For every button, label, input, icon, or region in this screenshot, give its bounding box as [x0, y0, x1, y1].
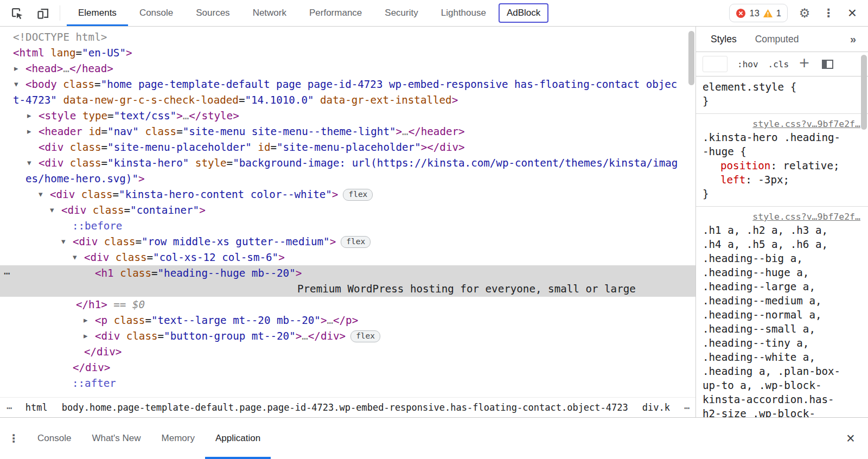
rule-close-brace: } [703, 94, 860, 109]
tab-lighthouse[interactable]: Lighthouse [430, 0, 497, 26]
inspect-element-button[interactable] [7, 3, 27, 23]
collapse-arrow-icon[interactable]: ▾ [39, 187, 43, 202]
css-property[interactable]: position: relative; [703, 159, 860, 173]
tree-line[interactable]: ▾<body class="home page-template-default… [0, 76, 695, 92]
tree-line[interactable]: </div> [0, 344, 695, 360]
tree-line[interactable]: t-4723" data-new-gr-c-s-check-loaded="14… [0, 92, 695, 108]
close-drawer-icon[interactable]: × [833, 418, 868, 459]
tab-performance[interactable]: Performance [298, 0, 373, 26]
collapse-arrow-icon[interactable]: ▾ [14, 76, 18, 92]
node-options-icon[interactable]: ⋯ [4, 265, 9, 281]
new-style-rule-button[interactable]: + [799, 55, 810, 71]
code-token: t-4723" [13, 94, 63, 106]
stylesheet-link[interactable]: style.css?v…9bf7e2f… [703, 211, 860, 224]
pseudo-states-button[interactable]: :hov [737, 59, 758, 69]
tree-line[interactable]: ▾<div class="row middle-xs gutter--mediu… [0, 234, 695, 250]
tree-line[interactable]: ▾<div class="col-xs-12 col-sm-6"> [0, 250, 695, 265]
tree-line[interactable]: es/home-hero.svg)"> [0, 171, 695, 187]
code-token: <div [61, 204, 93, 216]
tab-elements[interactable]: Elements [67, 0, 128, 26]
drawer-tab-console[interactable]: Console [27, 418, 81, 459]
code-token: style [195, 157, 227, 169]
styles-filter-input[interactable] [703, 56, 727, 72]
tab-console[interactable]: Console [128, 0, 184, 26]
device-toolbar-button[interactable] [33, 3, 53, 23]
expand-arrow-icon[interactable]: ▸ [84, 328, 88, 344]
tree-line[interactable]: ▾<div class="kinsta-hero-content color--… [0, 187, 695, 202]
breadcrumb-item[interactable]: body.home.page-template-default.page.pag… [62, 402, 628, 413]
breadcrumb-item[interactable]: html [25, 402, 48, 413]
breadcrumb-overflow-icon[interactable]: ⋯ [7, 402, 11, 413]
breadcrumb-item[interactable]: div.k [642, 402, 670, 413]
tree-line[interactable]: </div> [0, 360, 695, 375]
code-token: … [302, 330, 308, 342]
tree-line[interactable]: ▾<div class="container"> [0, 202, 695, 218]
issues-counter[interactable]: 13 1 [729, 4, 788, 22]
tree-line[interactable]: <!DOCTYPE html> [0, 29, 695, 45]
toggle-sidebar-pane-icon[interactable] [822, 60, 833, 69]
tree-line[interactable]: ▸<header id="nav" class="site-menu site-… [0, 124, 695, 139]
elements-scrollbar[interactable] [688, 31, 694, 85]
tab-computed[interactable]: Computed [746, 27, 808, 52]
collapse-arrow-icon[interactable]: ▾ [50, 202, 54, 218]
tree-line[interactable]: ▸<p class="text--large mt--20 mb--20">…<… [0, 313, 695, 328]
tree-line[interactable]: </h1> == $0 [0, 297, 695, 313]
code-token: <h1 [95, 267, 120, 279]
rule-selector[interactable]: .kinsta-hero .heading--huge { [703, 131, 845, 159]
rule-selector[interactable]: .h1 a, .h2 a, .h3 a, .h4 a, .h5 a, .h6 a… [703, 224, 845, 417]
expand-arrow-icon[interactable]: ▸ [27, 108, 31, 124]
expand-arrow-icon[interactable]: ▸ [14, 61, 18, 76]
sidebar-scrollbar[interactable] [861, 55, 867, 130]
tree-line[interactable]: <html lang="en-US"> [0, 45, 695, 61]
code-token: > [321, 314, 327, 327]
tree-line[interactable]: <div class="site-menu-placeholder" id="s… [0, 139, 695, 155]
drawer-tab-application[interactable]: Application [205, 418, 271, 459]
code-token: "heading--huge mb--20" [158, 267, 296, 279]
tree-line[interactable]: ::after [0, 375, 695, 391]
tree-line[interactable]: ▾<div class="kinsta-hero" style="backgro… [0, 155, 695, 171]
tree-line[interactable]: ⋯<h1 class="heading--huge mb--20"> [0, 265, 695, 281]
settings-gear-icon[interactable]: ⚙ [794, 3, 815, 23]
code-token: es/home-hero.svg)" [25, 173, 138, 185]
flex-badge[interactable]: flex [343, 189, 373, 201]
expand-arrow-icon[interactable]: ▸ [84, 313, 88, 328]
code-token: <style [39, 110, 82, 122]
flex-badge[interactable]: flex [350, 330, 380, 342]
code-token: class [104, 235, 136, 248]
tab-security[interactable]: Security [373, 0, 429, 26]
code-token: <head> [25, 62, 63, 75]
drawer-tab-memory[interactable]: Memory [151, 418, 205, 459]
code-token: = [151, 267, 158, 279]
close-devtools-icon[interactable]: × [842, 3, 863, 23]
tab-adblock[interactable]: AdBlock [499, 3, 548, 23]
code-token: class [126, 330, 158, 342]
tab-styles[interactable]: Styles [701, 27, 746, 52]
code-token: … [183, 110, 189, 122]
flex-badge[interactable]: flex [341, 236, 371, 248]
code-token: ::after [72, 377, 116, 390]
css-property[interactable]: left: -3px; [703, 173, 860, 187]
code-token: class [70, 141, 101, 154]
element-classes-button[interactable]: .cls [768, 59, 789, 69]
stylesheet-link[interactable]: style.css?v…9bf7e2f… [703, 118, 860, 131]
more-options-icon[interactable]: ⋮ [818, 3, 839, 23]
tree-line[interactable]: ▸<div class="button-group mt--20">…</div… [0, 328, 695, 344]
collapse-arrow-icon[interactable]: ▾ [27, 155, 31, 171]
tree-line[interactable]: ▸<head>…</head> [0, 61, 695, 76]
tab-sources[interactable]: Sources [184, 0, 241, 26]
code-token: "site-menu-placeholder" [277, 141, 421, 154]
css-property-value: : -3px; [745, 174, 789, 186]
rule-selector[interactable]: element.style { [703, 80, 845, 94]
sidebar-overflow-icon[interactable]: » [850, 33, 863, 46]
tab-network[interactable]: Network [241, 0, 298, 26]
expand-arrow-icon[interactable]: ▸ [27, 124, 31, 139]
collapse-arrow-icon[interactable]: ▾ [73, 250, 77, 265]
breadcrumb-overflow-icon[interactable]: ⋯ [684, 402, 689, 413]
drawer-menu-icon[interactable]: ⋮ [0, 418, 27, 459]
tree-line[interactable]: ▸<style type="text/css">…</style> [0, 108, 695, 124]
drawer-tab-what-s-new[interactable]: What's New [81, 418, 151, 459]
code-token: = [239, 94, 245, 106]
tree-line[interactable]: Premium WordPress hosting for everyone, … [0, 281, 695, 297]
tree-line[interactable]: ::before [0, 218, 695, 234]
collapse-arrow-icon[interactable]: ▾ [61, 234, 66, 250]
